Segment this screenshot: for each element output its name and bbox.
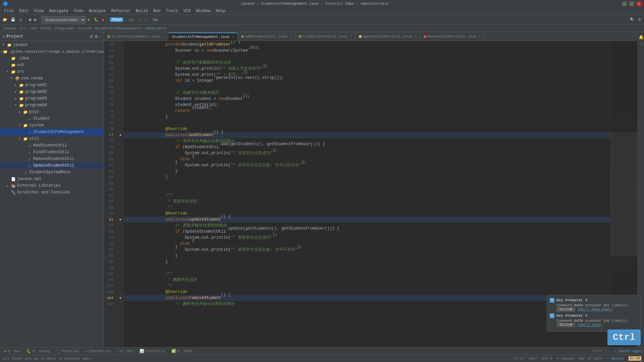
tree-item-removestudent[interactable]: ☕ RemoveStudentUtil: [0, 156, 104, 162]
tree-item-studentinfomgmt[interactable]: ☕ StudentInfoManagement: [0, 129, 104, 135]
bottom-tab-todo[interactable]: ✅ 8: TODO: [169, 348, 195, 354]
rs-notifications-button[interactable]: 🔔: [637, 34, 644, 41]
debug-button[interactable]: 🐛: [93, 16, 100, 23]
status-encoding[interactable]: UTF-8: [541, 357, 552, 361]
git-branch-button[interactable]: ⑂: [143, 16, 148, 23]
breadcrumb-src[interactable]: src: [19, 26, 26, 31]
menu-build[interactable]: Build: [133, 8, 151, 14]
menu-view[interactable]: View: [32, 8, 47, 14]
git-check-button[interactable]: ✓: [137, 16, 142, 23]
run-button[interactable]: ▶: [87, 16, 92, 23]
bottom-tab-git[interactable]: ⑂ 6: Git: [114, 349, 137, 354]
minimize-button[interactable]: —: [622, 1, 627, 6]
breadcrumb-method[interactable]: addStudent: [145, 26, 167, 31]
tree-item-out[interactable]: 📁 out: [0, 62, 104, 68]
tree-item-program04[interactable]: ▼ 📁 program04: [0, 102, 104, 109]
breadcrumb-com[interactable]: com: [30, 26, 37, 31]
menu-code[interactable]: Code: [71, 8, 86, 14]
open-button[interactable]: 📂: [1, 16, 9, 23]
menu-refactor[interactable]: Refactor: [108, 8, 133, 14]
close-button[interactable]: ✕: [637, 1, 641, 6]
tab-close-icon[interactable]: ✕: [479, 35, 481, 39]
menu-tools[interactable]: Tools: [163, 8, 181, 14]
bottom-tab-statistic[interactable]: 📊 Statistic: [137, 348, 168, 354]
tab-close-icon[interactable]: ✕: [163, 35, 165, 39]
tab-close-icon[interactable]: ✕: [290, 35, 292, 39]
breadcrumb-program04[interactable]: program04: [55, 26, 74, 31]
run-config-dropdown[interactable]: StudentSystemMain: [41, 16, 86, 23]
tab-studentssystemmain[interactable]: StudentSystemMain.java ✕: [104, 33, 168, 41]
menu-run[interactable]: Run: [151, 8, 163, 14]
rs-problems-button[interactable]: ⚠: [638, 41, 644, 46]
tree-item-util[interactable]: ▼ 📁 util: [0, 135, 104, 142]
breakpoint-marker[interactable]: ●: [117, 217, 124, 223]
tree-item-program01[interactable]: ▶ 📁 program01: [0, 82, 104, 88]
tree-item-com-renda[interactable]: ▼ 📦 com.renda: [0, 75, 104, 82]
tail-button[interactable]: Tail: [151, 16, 159, 23]
status-branch[interactable]: ⑂ master: [607, 357, 625, 361]
breakpoint-marker[interactable]: ●: [117, 295, 124, 301]
tree-item-program02[interactable]: ▶ 📁 program02: [0, 88, 104, 95]
tree-item-gitee[interactable]: ▶ 📁 .gitee_repository\stage_i_module_j\c…: [0, 48, 104, 55]
tree-item-iml[interactable]: 📄 javase.iml: [0, 176, 104, 182]
project-gear-button[interactable]: ⚙: [90, 34, 93, 39]
menu-help[interactable]: Help: [213, 8, 228, 14]
status-line-ending[interactable]: CRLF: [529, 357, 537, 361]
forward-button[interactable]: ▶: [33, 16, 38, 23]
bottom-tab-run[interactable]: ▶ 4: Run: [1, 348, 23, 354]
menu-edit[interactable]: Edit: [16, 8, 32, 14]
code-content[interactable]: private Student getIdFromUser() { Scanne…: [124, 41, 610, 347]
save-button[interactable]: 💾: [9, 16, 17, 23]
breadcrumb-javase[interactable]: javase: [3, 26, 16, 31]
menu-file[interactable]: File: [1, 8, 16, 14]
jrebel-button[interactable]: JRebel: [109, 16, 124, 23]
tree-item-external-libs[interactable]: ▶ 📚 External Libraries: [0, 182, 104, 189]
bottom-tab-terminal[interactable]: ⬛ Terminal: [53, 348, 82, 354]
tree-item-idea[interactable]: 📁 .idea: [0, 55, 104, 62]
menu-navigate[interactable]: Navigate: [46, 8, 71, 14]
git-label[interactable]: Git:: [127, 16, 136, 23]
tab-studentinfomgmt[interactable]: StudentInfoManagement.java ✕: [168, 33, 238, 41]
bottom-tab-checkstyle[interactable]: ✔ CheckStyle: [83, 348, 114, 354]
tree-item-src[interactable]: ▼ 📁 src: [0, 68, 104, 75]
menu-analyze[interactable]: Analyze: [86, 8, 108, 14]
back-button[interactable]: ◀: [27, 16, 32, 23]
maximize-button[interactable]: □: [629, 1, 634, 6]
stop-button[interactable]: ■: [101, 16, 106, 23]
tree-item-updatestudent[interactable]: ☕ UpdateStudentUtil: [0, 162, 104, 169]
status-position[interactable]: 77:17: [514, 357, 525, 361]
bottom-tab-debug[interactable]: 🐛 5: Debug: [24, 348, 53, 354]
tree-item-system[interactable]: ▼ 📁 system: [0, 122, 104, 129]
tree-item-pojo[interactable]: ▶ 📁 pojo: [0, 109, 104, 115]
tree-item-javase[interactable]: ▼ 📁 javase: [0, 42, 104, 48]
tab-close-icon[interactable]: ✕: [350, 35, 352, 39]
menu-window[interactable]: Window: [193, 8, 213, 14]
print-button[interactable]: 🖨: [17, 16, 24, 23]
tree-item-scratches[interactable]: 🔧 Scratches and Consoles: [0, 189, 104, 196]
tab-addstudent[interactable]: AddStudentUtil.java ✕: [238, 33, 296, 41]
title-bar-controls[interactable]: — □ ✕: [622, 1, 641, 6]
settings-button[interactable]: ⚙: [637, 16, 643, 23]
kp-dont-show-link-2[interactable]: (Don't show): [578, 323, 602, 327]
breadcrumb-system[interactable]: system: [78, 26, 92, 31]
tree-item-program03[interactable]: ▶ 📁 program03: [0, 95, 104, 102]
tab-close-icon[interactable]: ✕: [232, 35, 234, 39]
search-everywhere-button[interactable]: 🔍: [629, 16, 636, 23]
tree-item-addstudent[interactable]: ☕ AddStudentUtil: [0, 142, 104, 149]
tree-item-studentsystemmain[interactable]: ☕ StudentSystemMain: [0, 169, 104, 176]
kp-dont-show-link-1[interactable]: (Don't show again): [578, 308, 614, 311]
status-indent[interactable]: 4 spaces: [556, 357, 574, 361]
project-layout-button[interactable]: ⊞: [95, 34, 98, 39]
tree-item-student[interactable]: ☕ Student: [0, 115, 104, 122]
breakpoint-marker[interactable]: ●: [117, 132, 124, 138]
tab-close-icon[interactable]: ✕: [415, 35, 417, 39]
menu-vcs[interactable]: VCS: [181, 8, 194, 14]
tab-updatestudent[interactable]: UpdateStudentUtil.java ✕: [356, 33, 420, 41]
tab-removestudent[interactable]: RemoveStudentUtil.java ✕: [420, 33, 485, 41]
code-line-104: public void removeStudent() {: [124, 295, 610, 301]
breadcrumb-renda[interactable]: renda: [40, 26, 51, 31]
tree-item-findstudent[interactable]: ☕ FindStudentUtil: [0, 149, 104, 156]
tab-findstudent[interactable]: FindStudentUtil.java ✕: [296, 33, 356, 41]
project-collapse-button[interactable]: −: [99, 34, 102, 39]
breadcrumb-class[interactable]: StudentInfoManagement: [95, 26, 142, 31]
